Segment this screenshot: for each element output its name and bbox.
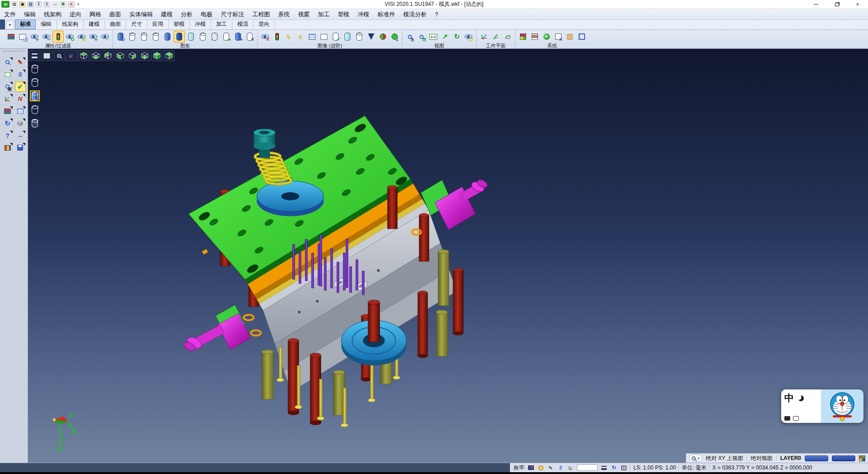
cube-bottom-view-icon[interactable] <box>90 50 101 61</box>
layer-color-swatch-1[interactable] <box>805 455 828 461</box>
window-tools-icon[interactable]: ✕ <box>552 31 564 43</box>
panel-blue-icon[interactable] <box>307 31 318 43</box>
snap-lock-label[interactable]: 拴牢 <box>514 464 524 472</box>
settings-icon[interactable]: ✻ <box>60 1 66 8</box>
keyboard-icon[interactable] <box>793 416 799 421</box>
layer-color-swatch-2[interactable] <box>832 455 855 461</box>
plus-minus-icon[interactable]: ± <box>295 31 306 43</box>
view-zoom-icon[interactable] <box>53 50 65 61</box>
export-icon[interactable]: ↥ <box>43 1 50 8</box>
menu-help[interactable]: ? <box>431 10 442 19</box>
active-layer-label[interactable]: LAYER0 <box>780 455 801 461</box>
layer-blue-icon[interactable] <box>162 31 173 43</box>
menu-window[interactable]: 视窗 <box>294 9 314 19</box>
workplane-move-icon[interactable] <box>490 31 501 43</box>
view-search[interactable]: ▾ <box>689 455 702 462</box>
tab-dimension[interactable]: 尺寸 <box>126 19 147 29</box>
mold-model[interactable] <box>28 49 868 463</box>
delete-layer-icon[interactable] <box>209 31 220 43</box>
ime-language-indicator[interactable]: 中 <box>784 392 794 404</box>
settings-sun-icon[interactable] <box>537 465 544 471</box>
tab-wireframe[interactable]: 线架构 <box>57 19 84 29</box>
menu-edit[interactable]: 编辑 <box>20 9 40 19</box>
tab-progress[interactable]: 冲模 <box>190 19 211 29</box>
attributes-brush-icon[interactable] <box>5 31 17 43</box>
solid-cube-icon[interactable] <box>15 118 26 128</box>
cube-iso-view-icon[interactable] <box>151 50 162 61</box>
ime-toolbar[interactable]: 中 <box>781 389 863 423</box>
menu-solid-edit[interactable]: 实体编辑 <box>125 9 157 19</box>
recent-files-icon[interactable]: ≡ <box>68 1 75 8</box>
value-field[interactable] <box>577 465 598 471</box>
sphere-render-icon[interactable] <box>377 31 388 43</box>
import-icon[interactable]: ↧ <box>35 1 42 8</box>
copy-to-layer-icon[interactable]: ➜ <box>232 31 244 43</box>
menu-reverse[interactable]: 逆向 <box>66 9 85 19</box>
erase-icon[interactable]: ✎ <box>15 57 26 67</box>
view-axes-icon[interactable] <box>66 50 77 61</box>
units-label[interactable]: 单位: 毫米 <box>682 464 707 472</box>
copy-attributes-icon[interactable]: ❏ <box>17 31 28 43</box>
view-frame-icon[interactable] <box>41 50 52 61</box>
cyan-cylinder-icon[interactable] <box>342 31 353 43</box>
pan-arrow-icon[interactable]: ↗ <box>439 31 451 43</box>
validate-check-icon[interactable]: ✔ <box>15 81 26 92</box>
tab-flow[interactable]: 模流 <box>232 19 254 29</box>
open-file-icon[interactable]: ▣ <box>19 1 26 8</box>
panel-white-icon[interactable] <box>318 31 330 43</box>
cube-back-view-icon[interactable] <box>102 50 113 61</box>
hide-entities-eye-icon[interactable]: − <box>41 31 52 43</box>
layers-window-icon[interactable] <box>15 106 26 116</box>
list-mini-icon[interactable] <box>600 465 608 471</box>
visibility-filter-eye-icon[interactable] <box>52 31 64 43</box>
view-ref-label[interactable]: 绝对视图 <box>751 455 773 462</box>
zoom-window-icon[interactable]: ⊡ <box>416 31 427 43</box>
layer-outline-1-icon[interactable] <box>127 31 138 43</box>
menu-flow-analysis[interactable]: 模流分析 <box>399 9 431 19</box>
modify-curve-icon[interactable]: S <box>15 69 26 80</box>
visi-logo[interactable]: VI <box>1 1 9 8</box>
show-all-eye-icon[interactable]: + <box>88 31 99 43</box>
3d-viewport[interactable]: 中 <box>28 49 868 463</box>
zoom-options-icon[interactable] <box>2 57 13 67</box>
view-list-icon[interactable] <box>29 50 40 61</box>
view-mode-label[interactable]: 绝对 XY 上视图 <box>706 455 743 462</box>
delete-filter-cylinder-icon[interactable] <box>30 118 40 128</box>
menu-system[interactable]: 系统 <box>274 9 294 19</box>
report-chart-icon[interactable] <box>2 142 13 153</box>
menu-standard-parts[interactable]: 标准件 <box>373 9 399 19</box>
tab-modeling[interactable]: 建模 <box>84 19 105 29</box>
menu-dimension[interactable]: 尺寸标注 <box>217 9 248 19</box>
menu-wireframe[interactable]: 线架构 <box>40 9 66 19</box>
current-filter-cylinder-icon[interactable] <box>30 90 40 101</box>
help-question-icon[interactable]: ? <box>2 130 13 141</box>
screen-icon[interactable] <box>527 465 534 471</box>
layer-outline-3-icon[interactable] <box>150 31 161 43</box>
measure-icon[interactable]: ↔ <box>15 130 26 141</box>
rotate-view-icon[interactable]: ↻ <box>451 31 462 43</box>
dynamic-shading-icon[interactable]: ϟ <box>283 31 294 43</box>
menu-surface[interactable]: 曲面 <box>105 9 125 19</box>
menu-progress[interactable]: 冲模 <box>354 9 373 19</box>
cube-iso2-view-icon[interactable] <box>163 50 175 61</box>
layer-settings-icon[interactable]: ✕ <box>244 31 255 43</box>
tab-machining[interactable]: 加工 <box>211 19 232 29</box>
cube-right-view-icon[interactable] <box>127 50 138 61</box>
chart-window-icon[interactable] <box>529 31 540 43</box>
current-layer-icon[interactable] <box>174 31 185 43</box>
cube-left-view-icon[interactable] <box>114 50 126 61</box>
workplane-axes-icon[interactable] <box>478 31 490 43</box>
zoom-1to1-icon[interactable]: 1:1 <box>428 31 439 43</box>
transform-axes-icon[interactable] <box>2 94 13 104</box>
palette-mini-icon[interactable] <box>859 455 865 461</box>
sphere-arrow-icon[interactable]: ↓ <box>389 31 400 43</box>
print-icon[interactable]: ▭ <box>52 1 58 8</box>
tab-edit[interactable]: 编辑 <box>36 19 57 29</box>
attributes-books-icon[interactable] <box>2 106 13 116</box>
minimize-button[interactable] <box>806 0 826 9</box>
tab-options-dropdown[interactable]: ▼ <box>6 21 14 29</box>
show-entities-eye-icon[interactable]: + <box>29 31 40 43</box>
scale-label[interactable]: LS: 1.00 PS: 1.00 <box>633 465 676 471</box>
check-cylinder-icon[interactable]: ✔ <box>330 31 341 43</box>
close-button[interactable]: × <box>847 0 868 9</box>
